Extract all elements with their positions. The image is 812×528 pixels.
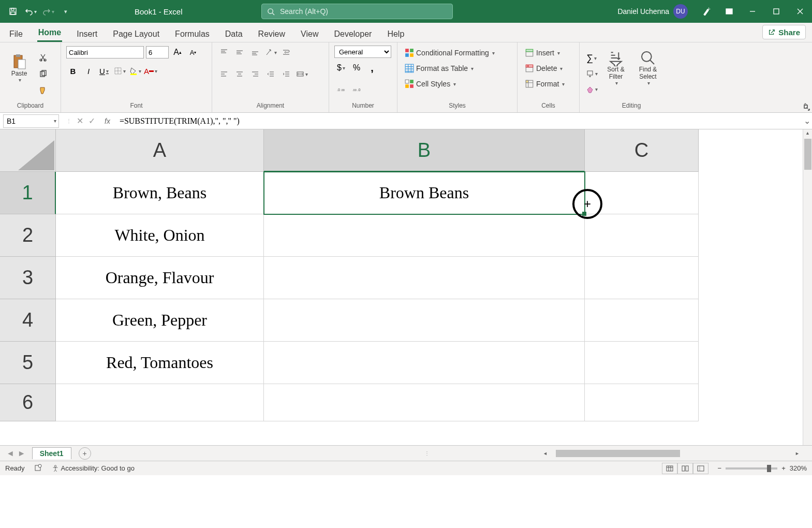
align-top-icon[interactable] xyxy=(217,46,231,59)
sheet-tab[interactable]: Sheet1 xyxy=(32,447,71,459)
column-header-A[interactable]: A xyxy=(56,129,264,172)
sheet-nav-prev-icon[interactable]: ◄ xyxy=(6,449,14,458)
fill-color-icon[interactable]: ▾ xyxy=(128,64,142,78)
font-size-combo[interactable] xyxy=(146,46,169,58)
tab-data[interactable]: Data xyxy=(224,26,244,42)
coming-soon-icon[interactable] xyxy=(695,0,718,23)
tab-developer[interactable]: Developer xyxy=(333,26,373,42)
spreadsheet-grid[interactable]: ABC 1Brown, BeansBrown Beans2White, Onio… xyxy=(0,129,812,445)
collapse-ribbon-icon[interactable]: ⌃ xyxy=(803,102,808,109)
zoom-level[interactable]: 320% xyxy=(790,464,807,472)
increase-decimal-icon[interactable]: .0.00 xyxy=(334,83,348,96)
tab-formulas[interactable]: Formulas xyxy=(174,26,211,42)
share-button[interactable]: Share xyxy=(762,25,806,39)
font-color-icon[interactable]: A▾ xyxy=(144,64,157,78)
row-header-3[interactable]: 3 xyxy=(0,257,56,299)
column-header-B[interactable]: B xyxy=(264,129,585,172)
user-name[interactable]: Daniel Uchenna xyxy=(617,7,669,16)
sort-filter-button[interactable]: Sort & Filter▾ xyxy=(601,46,630,90)
row-header-1[interactable]: 1 xyxy=(0,172,56,214)
merge-center-icon[interactable]: ▾ xyxy=(295,67,308,81)
tab-insert[interactable]: Insert xyxy=(76,26,98,42)
tab-view[interactable]: View xyxy=(300,26,319,42)
formula-input[interactable] xyxy=(110,114,802,128)
row-header-5[interactable]: 5 xyxy=(0,342,56,384)
decrease-font-icon[interactable]: A▾ xyxy=(186,46,200,59)
horizontal-scrollbar[interactable]: ◄ ► xyxy=(543,449,802,458)
cell-A3[interactable]: Orange, Flavour xyxy=(56,257,264,299)
comma-icon[interactable]: , xyxy=(365,61,379,75)
align-center-icon[interactable] xyxy=(233,67,246,81)
fill-handle[interactable] xyxy=(582,212,586,216)
cell-styles-button[interactable]: Cell Styles▾ xyxy=(403,77,512,91)
undo-icon[interactable]: ▾ xyxy=(23,4,38,19)
zoom-out-button[interactable]: − xyxy=(718,464,722,472)
tab-review[interactable]: Review xyxy=(257,26,286,42)
row-header-6[interactable]: 6 xyxy=(0,384,56,421)
bold-button[interactable]: B xyxy=(66,64,80,78)
cell-C3[interactable] xyxy=(585,257,699,299)
increase-indent-icon[interactable] xyxy=(279,67,293,81)
conditional-formatting-button[interactable]: Conditional Formatting▾ xyxy=(403,46,512,60)
cut-icon[interactable] xyxy=(36,51,50,64)
align-right-icon[interactable] xyxy=(248,67,262,81)
decrease-indent-icon[interactable] xyxy=(264,67,277,81)
fx-icon[interactable]: fx xyxy=(105,117,110,125)
save-icon[interactable] xyxy=(5,4,21,19)
number-format-combo[interactable]: General xyxy=(334,46,391,58)
insert-cells-button[interactable]: Insert▾ xyxy=(523,46,574,60)
cell-B5[interactable] xyxy=(264,342,585,384)
ribbon-display-icon[interactable] xyxy=(718,0,741,23)
decrease-decimal-icon[interactable]: .00.0 xyxy=(350,83,363,96)
tab-page-layout[interactable]: Page Layout xyxy=(112,26,160,42)
format-cells-button[interactable]: Format▾ xyxy=(523,77,574,91)
cell-B6[interactable] xyxy=(264,384,585,421)
sheet-nav-next-icon[interactable]: ► xyxy=(18,449,26,458)
page-layout-view-icon[interactable] xyxy=(677,463,693,474)
format-as-table-button[interactable]: Format as Table▾ xyxy=(403,61,512,76)
row-header-2[interactable]: 2 xyxy=(0,214,56,257)
find-select-button[interactable]: Find & Select▾ xyxy=(633,46,662,90)
column-header-C[interactable]: C xyxy=(585,129,699,172)
cell-A5[interactable]: Red, Tomantoes xyxy=(56,342,264,384)
enter-formula-icon[interactable]: ✓ xyxy=(88,116,95,126)
tab-help[interactable]: Help xyxy=(386,26,405,42)
maximize-button[interactable] xyxy=(764,0,788,23)
cell-B2[interactable] xyxy=(264,214,585,257)
fill-icon[interactable]: ▾ xyxy=(585,67,598,81)
accessibility-status[interactable]: Accessibility: Good to go xyxy=(52,464,135,472)
cell-A6[interactable] xyxy=(56,384,264,421)
minimize-button[interactable] xyxy=(741,0,764,23)
cell-B3[interactable] xyxy=(264,257,585,299)
zoom-in-button[interactable]: + xyxy=(781,464,786,472)
wrap-text-icon[interactable] xyxy=(279,46,293,59)
zoom-slider[interactable] xyxy=(726,467,777,470)
cell-A2[interactable]: White, Onion xyxy=(56,214,264,257)
orientation-icon[interactable]: ▾ xyxy=(264,46,277,59)
macro-recorder-icon[interactable] xyxy=(34,463,42,473)
new-sheet-button[interactable]: + xyxy=(79,447,91,460)
cell-C4[interactable] xyxy=(585,299,699,342)
increase-font-icon[interactable]: A▴ xyxy=(171,46,184,59)
italic-button[interactable]: I xyxy=(82,64,95,78)
format-painter-icon[interactable] xyxy=(36,84,50,97)
borders-icon[interactable]: ▾ xyxy=(113,64,126,78)
align-bottom-icon[interactable] xyxy=(248,46,262,59)
percent-icon[interactable]: % xyxy=(350,61,363,75)
cell-C5[interactable] xyxy=(585,342,699,384)
accounting-icon[interactable]: $▾ xyxy=(334,61,348,75)
vertical-scrollbar[interactable]: ▲ xyxy=(803,129,812,445)
cancel-formula-icon[interactable]: ✕ xyxy=(77,116,83,126)
tab-file[interactable]: File xyxy=(8,26,24,42)
name-box[interactable]: B1▾ xyxy=(3,114,59,128)
clear-icon[interactable]: ▾ xyxy=(585,83,598,96)
normal-view-icon[interactable] xyxy=(662,463,677,474)
select-all-corner[interactable] xyxy=(0,129,56,172)
delete-cells-button[interactable]: Delete▾ xyxy=(523,61,574,76)
autosum-icon[interactable]: ∑▾ xyxy=(585,52,598,65)
redo-icon[interactable]: ▾ xyxy=(40,4,56,19)
cell-B4[interactable] xyxy=(264,299,585,342)
customize-qat-icon[interactable]: ▾ xyxy=(58,4,73,19)
cell-A1[interactable]: Brown, Beans xyxy=(56,172,264,214)
cell-A4[interactable]: Green, Pepper xyxy=(56,299,264,342)
